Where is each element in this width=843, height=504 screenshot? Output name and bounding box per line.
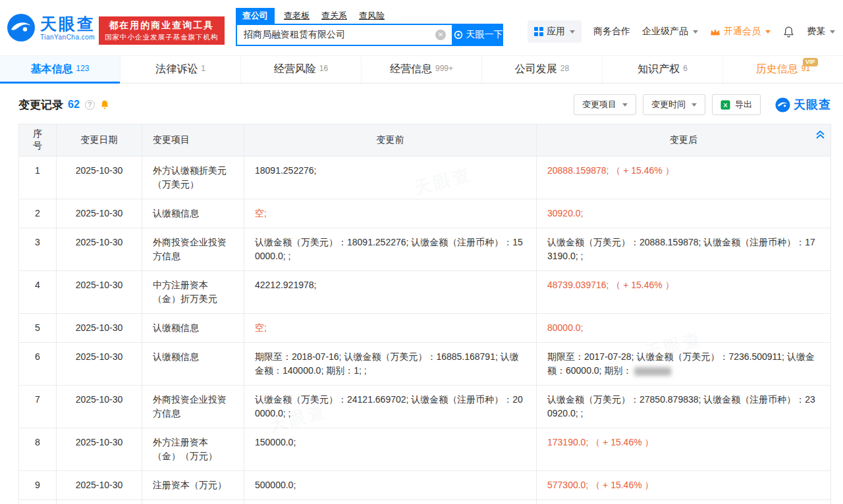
section-brand-label: 天眼查 [794,97,831,113]
open-vip-label: 开通会员 [724,26,761,38]
cell-before: 500000.0; [244,471,537,500]
cell-date: 2025-10-30 [57,157,142,199]
nav-tab-label: 经营信息 [390,63,432,76]
cell-item: 注册资本（万元） [142,471,244,500]
chevron-down-icon [765,30,771,34]
cell-after: 80000.0; [537,314,831,343]
chevron-down-icon [830,30,835,34]
user-name: 费某 [807,26,825,38]
tianyancha-logo-icon [7,13,36,42]
top-header: 天眼查 TianYanCha.com 都在用的商业查询工具 国家中小企业发展子基… [0,0,843,55]
table-row: 102025-10-30认缴额信息期限至：2016-11-18; 期别：1; ;… [19,500,831,504]
enterprise-products-menu[interactable]: 企业级产品 [642,26,698,38]
nav-tab-count: 1 [201,64,205,73]
cell-date: 2025-10-30 [57,314,142,343]
nav-tab-6[interactable]: 历史信息91VIP [722,56,843,83]
cell-before: 期限至：2016-11-18; 期别：1; ; [244,500,537,504]
tianyancha-logo[interactable]: 天眼查 TianYanCha.com [7,13,95,42]
table-row: 52025-10-30认缴额信息空;80000.0; [19,314,831,343]
nav-tab-count: 999+ [435,64,453,73]
collapse-icon[interactable] [815,130,825,139]
table-row: 12025-10-30外方认缴额折美元（万美元）18091.252276;208… [19,157,831,199]
search-type-tab-0[interactable]: 查公司 [236,8,275,24]
cell-index: 10 [19,500,57,504]
nav-tab-5[interactable]: 知识产权6 [602,56,722,83]
apps-menu[interactable]: 应用 [528,20,582,43]
search-input[interactable] [237,25,452,45]
open-vip-menu[interactable]: 开通会员 [710,26,771,38]
search-area: 查公司查老板查关系查风险 ✕ 天眼一下 [236,9,503,46]
help-icon[interactable]: ? [85,100,95,110]
search-button-icon [454,30,463,39]
filter-change-time-button[interactable]: 变更时间 [643,94,705,115]
business-cooperation-link[interactable]: 商务合作 [593,26,630,38]
cell-after: 577300.0; （ + 15.46% ） [537,471,831,500]
cell-after: 期限至：2017-08-15; 期别：2; ; [537,500,831,504]
export-button[interactable]: X 导出 [712,94,761,115]
brand-domain: TianYanCha.com [40,34,95,41]
notification-bell[interactable] [782,26,795,38]
user-menu[interactable]: 费某 [807,26,835,38]
business-cooperation-label: 商务合作 [593,26,630,38]
cell-index: 2 [19,199,57,228]
clear-icon[interactable]: ✕ [435,30,446,40]
search-type-tabs: 查公司查老板查关系查风险 [236,9,503,23]
chevron-down-icon [693,30,698,34]
cell-after: 认缴金额（万美元）：27850.879838; 认缴金额（注册币种）：23092… [537,386,831,428]
subscribe-bell-icon[interactable] [99,99,110,110]
search-type-tab-3[interactable]: 查风险 [359,10,385,22]
cell-after: 48739.039716; （ + 15.46% ） [537,271,831,314]
header-menu: 应用 商务合作 企业级产品 开通会员 费某 [528,20,835,43]
chevron-down-icon [622,103,628,107]
cell-after: 30920.0; [537,199,831,228]
change-record-section-bar: 变更记录 62 ? 变更项目 变更时间 X 导出 天眼查 [18,94,831,115]
cell-date: 2025-10-30 [57,471,142,500]
cell-index: 4 [19,271,57,314]
nav-tab-label: 经营风险 [274,63,316,76]
cell-item: 外商投资企业投资方信息 [142,386,244,428]
cell-date: 2025-10-30 [57,199,142,228]
export-label: 导出 [735,99,752,111]
cell-index: 3 [19,228,57,271]
search-button[interactable]: 天眼一下 [453,24,503,46]
main-nav-tabs: 基本信息123法律诉讼1经营风险16经营信息999+公司发展28知识产权6历史信… [0,55,843,84]
nav-tab-0[interactable]: 基本信息123 [0,56,120,83]
bell-icon [782,26,795,38]
enterprise-products-label: 企业级产品 [642,26,688,38]
cell-index: 6 [19,343,57,386]
nav-tab-1[interactable]: 法律诉讼1 [120,56,240,83]
table-row: 82025-10-30外方注册资本（金）（万元）150000.0;173190.… [19,428,831,471]
cell-date: 2025-10-30 [57,343,142,386]
cell-item: 外商投资企业投资方信息 [142,228,244,271]
cell-before: 空; [244,199,537,228]
table-row: 62025-10-30认缴额信息期限至：2018-07-16; 认缴金额（万美元… [19,343,831,386]
cell-index: 5 [19,314,57,343]
cell-index: 7 [19,386,57,428]
nav-tab-2[interactable]: 经营风险16 [240,56,361,83]
cell-index: 8 [19,428,57,471]
cell-before: 认缴金额（万美元）：24121.669702; 认缴金额（注册币种）：20000… [244,386,537,428]
apps-label: 应用 [547,26,565,38]
chevron-down-icon [570,30,575,34]
crown-icon [710,28,721,36]
change-table: 序号变更日期变更项目变更前变更后 12025-10-30外方认缴额折美元（万美元… [18,124,831,504]
cell-item: 中方注册资本（金）折万美元 [142,271,244,314]
cell-before: 150000.0; [244,428,537,471]
cell-after: 20888.159878; （ + 15.46% ） [537,157,831,199]
cell-date: 2025-10-30 [57,386,142,428]
nav-tab-3[interactable]: 经营信息999+ [361,56,481,83]
cell-before: 空; [244,314,537,343]
cell-before: 18091.252276; [244,157,537,199]
search-box: ✕ [236,24,453,46]
cell-before: 42212.921978; [244,271,537,314]
filter-change-item-button[interactable]: 变更项目 [574,94,636,115]
search-type-tab-1[interactable]: 查老板 [284,10,310,22]
cell-date: 2025-10-30 [57,428,142,471]
search-type-tab-2[interactable]: 查关系 [321,10,347,22]
nav-tab-4[interactable]: 公司发展28 [481,56,602,83]
cell-item: 认缴额信息 [142,343,244,386]
table-row: 32025-10-30外商投资企业投资方信息认缴金额（万美元）：18091.25… [19,228,831,271]
nav-tab-label: 基本信息 [30,63,72,76]
nav-tab-count: 123 [76,64,89,73]
column-header: 变更日期 [57,124,142,157]
